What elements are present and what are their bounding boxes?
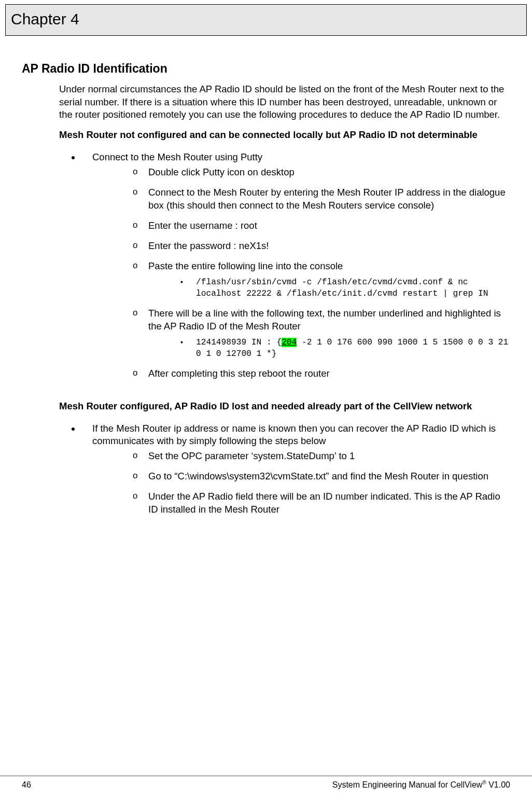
- doc-title: System Engineering Manual for CellView® …: [332, 779, 510, 791]
- page-number: 46: [22, 779, 31, 791]
- manual-page: Chapter 4 AP Radio ID Identification Und…: [0, 4, 532, 799]
- step-text: Enter the password : neX1s!: [148, 240, 269, 251]
- bullet-text: Connect to the Mesh Router using Putty: [92, 151, 262, 162]
- step-text: After completing this step reboot the ro…: [148, 368, 330, 379]
- page-content: AP Radio ID Identification Under normal …: [0, 36, 532, 517]
- step-text: Under the AP Radio field there will be a…: [148, 491, 500, 515]
- step-text: Enter the username : root: [148, 220, 257, 231]
- bullet-text: If the Mesh Router ip address or name is…: [92, 423, 496, 447]
- list-item: Connect to the Mesh Router by entering t…: [133, 186, 510, 212]
- spacer: [22, 388, 510, 400]
- page-footer: 46 System Engineering Manual for CellVie…: [0, 776, 532, 791]
- code-line: 1241498939 IN : {204 -2 1 0 176 600 990 …: [180, 337, 510, 360]
- highlighted-id: 204: [282, 338, 297, 347]
- step-text: Paste the entire following line into the…: [148, 260, 343, 271]
- list-item: If the Mesh Router ip address or name is…: [81, 422, 510, 517]
- scenario2-steps: Set the OPC parameter ‘system.StateDump’…: [92, 450, 510, 516]
- scenario1-heading: Mesh Router not configured and can be co…: [22, 129, 510, 142]
- step-text: Connect to the Mesh Router by entering t…: [148, 187, 506, 211]
- code-line: /flash/usr/sbin/cvmd -c /flash/etc/cvmd/…: [180, 277, 510, 300]
- step-text: Set the OPC parameter ‘system.StateDump’…: [148, 450, 355, 461]
- list-item: Paste the entire following line into the…: [133, 260, 510, 300]
- list-item: Go to “C:\windows\system32\cvmState.txt”…: [133, 470, 510, 483]
- list-item: Enter the username : root: [133, 219, 510, 232]
- section-heading: AP Radio ID Identification: [22, 61, 510, 77]
- code-sublist: 1241498939 IN : {204 -2 1 0 176 600 990 …: [148, 337, 510, 360]
- step-text: Double click Putty icon on desktop: [148, 167, 295, 177]
- step-text: There will be a line with the following …: [148, 308, 501, 332]
- scenario2-bullet-list: If the Mesh Router ip address or name is…: [22, 422, 510, 517]
- list-item: Under the AP Radio field there will be a…: [133, 490, 510, 516]
- scenario1-bullet-list: Connect to the Mesh Router using Putty D…: [22, 151, 510, 380]
- step-text: Go to “C:\windows\system32\cvmState.txt”…: [148, 471, 488, 481]
- list-item: There will be a line with the following …: [133, 307, 510, 360]
- code-pre: 1241498939 IN : {: [196, 338, 282, 347]
- chapter-heading-band: Chapter 4: [5, 4, 527, 36]
- scenario2-heading: Mesh Router configured, AP Radio ID lost…: [22, 400, 510, 413]
- scenario1-steps: Double click Putty icon on desktop Conne…: [92, 166, 510, 380]
- registered-mark: ®: [482, 780, 486, 786]
- intro-paragraph: Under normal circumstances the AP Radio …: [22, 83, 510, 122]
- list-item: Enter the password : neX1s!: [133, 240, 510, 253]
- code-sublist: /flash/usr/sbin/cvmd -c /flash/etc/cvmd/…: [148, 277, 510, 300]
- list-item: Double click Putty icon on desktop: [133, 166, 510, 179]
- list-item: Connect to the Mesh Router using Putty D…: [81, 151, 510, 380]
- list-item: After completing this step reboot the ro…: [133, 367, 510, 380]
- list-item: Set the OPC parameter ‘system.StateDump’…: [133, 450, 510, 463]
- chapter-label: Chapter 4: [11, 10, 79, 27]
